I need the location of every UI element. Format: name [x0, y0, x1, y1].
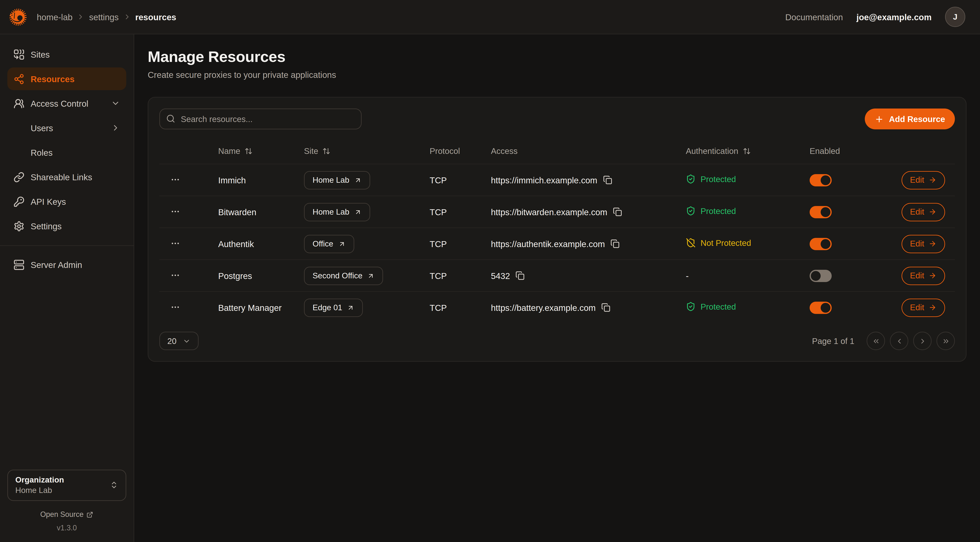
- site-badge[interactable]: Office: [304, 234, 354, 253]
- auth-status: Protected: [686, 302, 736, 311]
- users-icon: [13, 98, 24, 109]
- arrow-right-icon: [929, 272, 937, 280]
- copy-access-button[interactable]: [601, 303, 611, 312]
- column-header-authentication[interactable]: Authentication: [686, 146, 810, 156]
- sidebar-item-server-admin[interactable]: Server Admin: [7, 253, 126, 276]
- enabled-toggle[interactable]: [810, 269, 832, 282]
- search-input[interactable]: [159, 108, 361, 129]
- sidebar-item-label: Server Admin: [31, 260, 82, 269]
- page-size-select[interactable]: 20: [159, 332, 199, 350]
- copy-access-button[interactable]: [613, 207, 622, 217]
- edit-button[interactable]: Edit: [901, 266, 945, 285]
- breadcrumb-settings[interactable]: settings: [89, 12, 119, 22]
- protocol-cell: TCP: [430, 175, 491, 185]
- auth-label: Not Protected: [700, 238, 751, 247]
- table-row: Postgres Second Office TCP 5432 -: [159, 259, 955, 291]
- site-badge[interactable]: Second Office: [304, 266, 383, 285]
- name-cell: Bitwarden: [218, 207, 304, 217]
- column-header-name[interactable]: Name: [218, 146, 304, 156]
- access-value: 5432: [491, 271, 510, 281]
- user-email[interactable]: joe@example.com: [856, 12, 932, 22]
- copy-access-button[interactable]: [611, 239, 620, 248]
- site-badge[interactable]: Home Lab: [304, 203, 370, 221]
- sidebar-item-resources[interactable]: Resources: [7, 67, 126, 90]
- documentation-link[interactable]: Documentation: [785, 12, 843, 22]
- breadcrumb-resources[interactable]: resources: [135, 12, 176, 22]
- column-header-site[interactable]: Site: [304, 146, 430, 156]
- row-menu-button[interactable]: [169, 174, 181, 186]
- column-header-access: Access: [491, 146, 686, 156]
- protocol-cell: TCP: [430, 271, 491, 281]
- toggle-knob: [821, 303, 830, 312]
- access-cell: 5432: [491, 271, 686, 281]
- last-page-button[interactable]: [937, 332, 955, 350]
- enabled-toggle[interactable]: [810, 206, 832, 218]
- row-menu-cell: [169, 301, 218, 314]
- authentication-cell: -: [686, 271, 810, 281]
- row-menu-button[interactable]: [169, 206, 181, 218]
- protocol-value: TCP: [430, 175, 447, 185]
- edit-button[interactable]: Edit: [901, 298, 945, 317]
- edit-button[interactable]: Edit: [901, 234, 945, 253]
- main-content: Manage Resources Create secure proxies t…: [134, 34, 980, 542]
- copy-access-button[interactable]: [603, 175, 612, 185]
- copy-access-button[interactable]: [515, 271, 525, 280]
- first-page-button[interactable]: [867, 332, 885, 350]
- sidebar-divider: [0, 245, 134, 246]
- sidebar-item-users[interactable]: Users: [7, 116, 126, 139]
- avatar[interactable]: J: [945, 7, 965, 27]
- sidebar-item-sites[interactable]: Sites: [7, 43, 126, 65]
- resource-name: Postgres: [218, 271, 252, 281]
- next-page-button[interactable]: [913, 332, 932, 350]
- app-window: home-lab settings resources Documentatio…: [0, 0, 980, 542]
- pangolin-logo-icon[interactable]: [6, 5, 29, 29]
- row-menu-cell: [169, 269, 218, 282]
- enabled-cell: [810, 206, 885, 218]
- authentication-cell: Not Protected: [686, 238, 810, 250]
- gear-icon: [13, 220, 24, 231]
- edit-button[interactable]: Edit: [901, 203, 945, 221]
- arrow-up-right-icon: [368, 272, 375, 279]
- sidebar-item-label: Roles: [31, 148, 52, 157]
- resource-name: Battery Manager: [218, 303, 282, 312]
- sort-icon: [245, 147, 253, 155]
- breadcrumb-org[interactable]: home-lab: [37, 12, 73, 22]
- site-badge[interactable]: Edge 01: [304, 298, 363, 317]
- copy-icon: [611, 239, 620, 248]
- link-icon: [13, 172, 24, 182]
- enabled-cell: [810, 269, 885, 282]
- enabled-cell: [810, 238, 885, 250]
- shield-check-icon: [686, 174, 695, 184]
- sidebar-item-label: Access Control: [31, 99, 88, 108]
- sidebar-item-shareable-links[interactable]: Shareable Links: [7, 166, 126, 188]
- toggle-knob: [821, 207, 830, 217]
- row-menu-cell: [169, 237, 218, 250]
- add-resource-button[interactable]: Add Resource: [865, 108, 955, 129]
- sidebar-item-settings[interactable]: Settings: [7, 215, 126, 237]
- org-selector[interactable]: Organization Home Lab: [7, 470, 126, 501]
- chevrons-left-icon: [872, 337, 880, 345]
- enabled-toggle[interactable]: [810, 174, 832, 186]
- site-badge[interactable]: Home Lab: [304, 171, 370, 189]
- shield-check-icon: [686, 302, 695, 311]
- enabled-toggle[interactable]: [810, 301, 832, 314]
- edit-cell: Edit: [885, 234, 945, 253]
- row-menu-button[interactable]: [169, 237, 181, 250]
- table-row: Immich Home Lab TCP https://immich.examp…: [159, 164, 955, 196]
- edit-button[interactable]: Edit: [901, 171, 945, 189]
- previous-page-button[interactable]: [890, 332, 908, 350]
- open-source-link[interactable]: Open Source: [0, 510, 134, 519]
- sidebar-item-roles[interactable]: Roles: [7, 141, 126, 164]
- row-menu-button[interactable]: [169, 269, 181, 281]
- enabled-toggle[interactable]: [810, 238, 832, 250]
- protocol-cell: TCP: [430, 303, 491, 312]
- toggle-knob: [821, 175, 830, 185]
- site-cell: Edge 01: [304, 298, 430, 317]
- arrow-right-icon: [929, 303, 937, 311]
- row-menu-button[interactable]: [169, 301, 181, 313]
- sidebar-item-api-keys[interactable]: API Keys: [7, 190, 126, 213]
- search-icon: [166, 114, 175, 123]
- sidebar-item-access-control[interactable]: Access Control: [7, 92, 126, 115]
- sidebar-item-label: Resources: [31, 74, 75, 84]
- table-body: Immich Home Lab TCP https://immich.examp…: [159, 164, 955, 323]
